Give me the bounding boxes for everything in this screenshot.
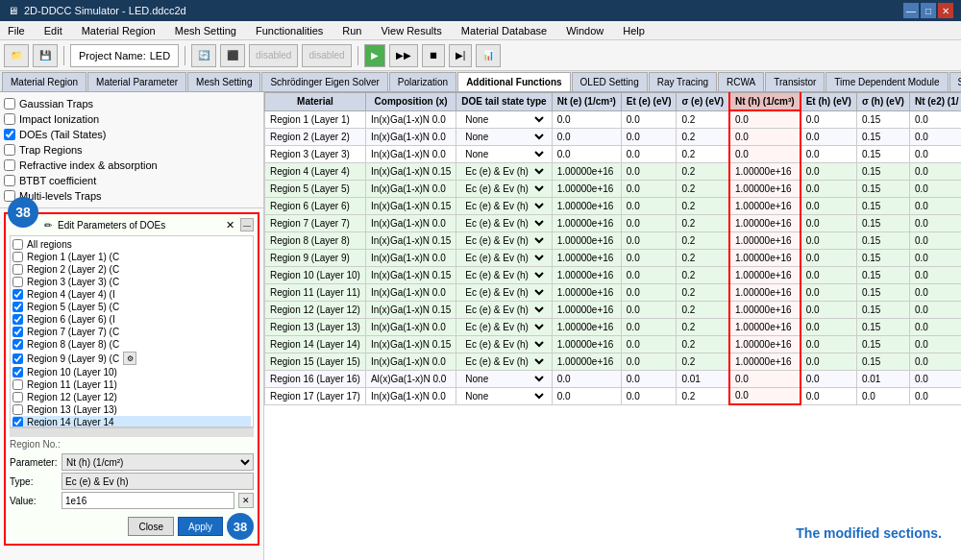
checkbox-impact-ionization[interactable]: Impact Ionization bbox=[4, 111, 259, 127]
region-1-check[interactable] bbox=[12, 252, 23, 262]
cell-doe-type[interactable]: Ec (e) & Ev (h) bbox=[456, 266, 552, 283]
region-4-check[interactable] bbox=[12, 289, 23, 300]
does-region-5[interactable]: Region 5 (Layer 5) (C bbox=[12, 301, 251, 313]
menu-material-database[interactable]: Material Database bbox=[457, 23, 551, 38]
does-region-6[interactable]: Region 6 (Layer 6) (I bbox=[12, 313, 251, 326]
value-input[interactable] bbox=[62, 492, 234, 509]
region-14-check[interactable] bbox=[12, 417, 23, 427]
does-region-9[interactable]: Region 9 (Layer 9) (C ⚙ bbox=[12, 351, 251, 366]
region-7-check[interactable] bbox=[12, 327, 23, 337]
stop-button[interactable]: ⏹ bbox=[422, 44, 445, 67]
does-list-scrollbar[interactable] bbox=[10, 427, 254, 437]
checkbox-btbt[interactable]: BTBT coefficient bbox=[4, 173, 259, 188]
region-8-check[interactable] bbox=[12, 339, 23, 350]
checkbox-multilevels[interactable]: Multi-levels Traps bbox=[4, 188, 259, 204]
tab-solar-cell[interactable]: Solar Cell bbox=[949, 72, 962, 91]
region-9-check[interactable] bbox=[12, 353, 23, 364]
does-apply-button[interactable]: Apply bbox=[178, 517, 223, 536]
cell-doe-type[interactable]: Ec (e) & Ev (h) bbox=[456, 162, 552, 180]
run-fast-button[interactable]: ▶▶ bbox=[389, 44, 418, 67]
cell-doe-type[interactable]: Ec (e) & Ev (h) bbox=[456, 353, 552, 370]
open-button[interactable]: 📁 bbox=[4, 44, 29, 67]
does-region-1[interactable]: Region 1 (Layer 1) (C bbox=[12, 251, 251, 263]
checkbox-gaussian-traps[interactable]: Gaussian Traps bbox=[4, 96, 259, 111]
cell-doe-type[interactable]: Ec (e) & Ev (h) bbox=[456, 231, 552, 249]
tab-material-parameter[interactable]: Material Parameter bbox=[87, 72, 186, 91]
does-region-all[interactable]: All regions bbox=[12, 238, 251, 251]
cell-doe-type[interactable]: Ec (e) & Ev (h) bbox=[456, 318, 552, 335]
minimize-button[interactable]: — bbox=[903, 3, 919, 18]
does-region-12[interactable]: Region 12 (Layer 12) bbox=[12, 391, 251, 403]
does-region-list[interactable]: All regions Region 1 (Layer 1) (C Region… bbox=[10, 235, 254, 427]
menu-help[interactable]: Help bbox=[619, 23, 649, 38]
refractive-check[interactable] bbox=[4, 159, 15, 171]
save-button[interactable]: 💾 bbox=[33, 44, 58, 67]
tab-time-dependent[interactable]: Time Dependent Module bbox=[825, 72, 948, 91]
does-region-13[interactable]: Region 13 (Layer 13) bbox=[12, 403, 251, 416]
region-5-check[interactable] bbox=[12, 302, 23, 312]
right-panel[interactable]: Material Composition (x) DOE tail state … bbox=[264, 92, 961, 560]
tab-ray-tracing[interactable]: Ray Tracing bbox=[649, 72, 717, 91]
close-window-button[interactable]: ✕ bbox=[938, 3, 953, 18]
checkbox-trap-regions[interactable]: Trap Regions bbox=[4, 142, 259, 158]
region-2-check[interactable] bbox=[12, 264, 23, 275]
does-region-2[interactable]: Region 2 (Layer 2) (C bbox=[12, 263, 251, 276]
does-region-14[interactable]: Region 14 (Layer 14 bbox=[12, 416, 251, 427]
does-check[interactable] bbox=[4, 129, 15, 140]
menu-file[interactable]: File bbox=[4, 23, 29, 38]
cell-doe-type[interactable]: Ec (e) & Ev (h) bbox=[456, 197, 552, 214]
cell-doe-type[interactable]: Ec (e) & Ev (h) bbox=[456, 335, 552, 353]
checkbox-refractive[interactable]: Refractive index & absorption bbox=[4, 158, 259, 173]
cell-doe-type[interactable]: Ec (e) & Ev (h) bbox=[456, 214, 552, 231]
does-region-3[interactable]: Region 3 (Layer 3) (C bbox=[12, 276, 251, 288]
btbt-check[interactable] bbox=[4, 175, 15, 186]
cell-doe-type[interactable]: None bbox=[456, 110, 552, 128]
tab-material-region[interactable]: Material Region bbox=[2, 72, 86, 91]
cell-doe-type[interactable]: None bbox=[456, 145, 552, 162]
cell-doe-type[interactable]: None bbox=[456, 387, 552, 404]
tab-transistor[interactable]: Transistor bbox=[765, 72, 825, 91]
menu-mesh-setting[interactable]: Mesh Setting bbox=[171, 23, 240, 38]
does-region-4[interactable]: Region 4 (Layer 4) (I bbox=[12, 288, 251, 301]
region-13-check[interactable] bbox=[12, 404, 23, 415]
tab-rcwa[interactable]: RCWA bbox=[718, 72, 764, 91]
does-panel-minimize-button[interactable]: — bbox=[240, 218, 254, 231]
tab-additional-functions[interactable]: Additional Functions bbox=[457, 72, 570, 91]
menu-edit[interactable]: Edit bbox=[40, 23, 66, 38]
region-6-check[interactable] bbox=[12, 314, 23, 325]
does-region-11[interactable]: Region 11 (Layer 11) bbox=[12, 378, 251, 391]
checkbox-does[interactable]: DOEs (Tail States) bbox=[4, 127, 259, 142]
menu-run[interactable]: Run bbox=[338, 23, 365, 38]
menu-window[interactable]: Window bbox=[562, 23, 607, 38]
region-9-edit-button[interactable]: ⚙ bbox=[123, 352, 136, 365]
grid-button[interactable]: ⬛ bbox=[220, 44, 245, 67]
impact-ionization-check[interactable] bbox=[4, 113, 15, 125]
gaussian-traps-check[interactable] bbox=[4, 98, 15, 110]
menu-functionalities[interactable]: Functionalities bbox=[252, 23, 327, 38]
region-3-check[interactable] bbox=[12, 277, 23, 287]
cell-doe-type[interactable]: None bbox=[456, 370, 552, 387]
step-button[interactable]: ▶| bbox=[449, 44, 473, 67]
menu-material-region[interactable]: Material Region bbox=[78, 23, 160, 38]
region-10-check[interactable] bbox=[12, 367, 23, 377]
chart-button[interactable]: 📊 bbox=[476, 44, 501, 67]
cell-doe-type[interactable]: Ec (e) & Ev (h) bbox=[456, 301, 552, 318]
does-region-10[interactable]: Region 10 (Layer 10) bbox=[12, 366, 251, 378]
tab-mesh-setting[interactable]: Mesh Setting bbox=[187, 72, 260, 91]
cell-doe-type[interactable]: Ec (e) & Ev (h) bbox=[456, 180, 552, 197]
parameter-select[interactable]: Nt (h) (1/cm²) bbox=[62, 453, 254, 471]
run-button[interactable]: ▶ bbox=[364, 44, 385, 67]
cell-doe-type[interactable]: None bbox=[456, 128, 552, 145]
trap-regions-check[interactable] bbox=[4, 144, 15, 156]
type-input[interactable] bbox=[62, 473, 254, 490]
tab-oled-setting[interactable]: OLED Setting bbox=[572, 72, 648, 91]
value-clear-button[interactable]: ✕ bbox=[238, 493, 254, 508]
refresh-button[interactable]: 🔄 bbox=[191, 44, 216, 67]
tab-schrodinger[interactable]: Schrödinger Eigen Solver bbox=[261, 72, 387, 91]
all-regions-check[interactable] bbox=[12, 239, 23, 250]
does-panel-close-icon[interactable]: ✕ bbox=[226, 219, 234, 231]
region-12-check[interactable] bbox=[12, 392, 23, 402]
region-11-check[interactable] bbox=[12, 379, 23, 390]
maximize-button[interactable]: □ bbox=[921, 3, 936, 18]
does-close-button[interactable]: Close bbox=[128, 517, 174, 536]
